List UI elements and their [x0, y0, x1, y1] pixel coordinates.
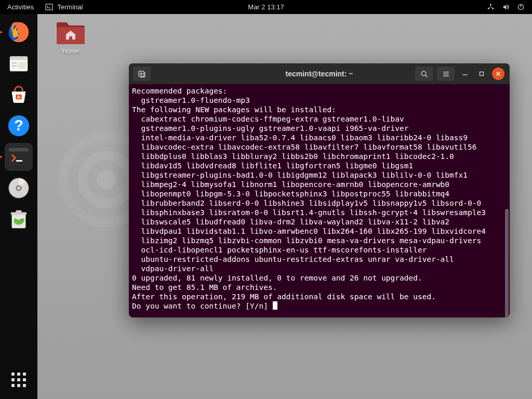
- window-title: tecmint@tecmint: ~: [286, 70, 353, 78]
- dock-terminal[interactable]: [5, 143, 33, 171]
- svg-rect-0: [46, 4, 52, 10]
- maximize-button[interactable]: [475, 68, 488, 80]
- trash-icon: [7, 207, 31, 231]
- terminal-output: Recommended packages: gstreamer1.0-fluen…: [132, 86, 504, 311]
- svg-text:A: A: [17, 94, 21, 100]
- dock-firefox[interactable]: [5, 18, 33, 46]
- apps-grid-icon: [11, 373, 26, 387]
- svg-rect-25: [16, 210, 22, 213]
- scrollbar-thumb[interactable]: [505, 209, 509, 317]
- terminal-icon: [45, 3, 53, 11]
- app-menu[interactable]: Terminal: [45, 3, 83, 11]
- software-icon: A: [7, 83, 31, 107]
- svg-rect-17: [9, 148, 29, 152]
- svg-rect-9: [12, 62, 17, 63]
- terminal-body[interactable]: Recommended packages: gstreamer1.0-fluen…: [129, 84, 510, 317]
- svg-point-22: [17, 187, 20, 190]
- show-applications-button[interactable]: [5, 366, 33, 394]
- svg-point-1: [490, 4, 491, 5]
- dock-software[interactable]: A: [5, 81, 33, 109]
- dock-disk[interactable]: [5, 174, 33, 202]
- folder-icon: [56, 20, 86, 46]
- close-button[interactable]: [492, 68, 504, 80]
- firefox-icon: [7, 20, 31, 44]
- activities-button[interactable]: Activities: [7, 3, 34, 11]
- hamburger-menu-button[interactable]: [437, 66, 455, 81]
- terminal-window: tecmint@tecmint: ~ Recommended packages:…: [129, 63, 510, 317]
- svg-line-28: [425, 75, 427, 76]
- clock[interactable]: Mar 2 13:17: [248, 3, 284, 11]
- app-menu-label: Terminal: [57, 3, 83, 11]
- titlebar[interactable]: tecmint@tecmint: ~: [129, 63, 510, 84]
- terminal-app-icon: [7, 145, 31, 169]
- svg-rect-11: [19, 62, 25, 68]
- svg-rect-10: [12, 65, 17, 66]
- svg-rect-33: [480, 72, 484, 76]
- cursor: [273, 301, 277, 310]
- dock-help[interactable]: ?: [5, 112, 33, 140]
- desktop-home-folder[interactable]: Home: [52, 20, 89, 55]
- disk-icon: [7, 176, 31, 200]
- svg-rect-8: [10, 57, 28, 60]
- power-icon[interactable]: [517, 3, 525, 11]
- help-icon: ?: [7, 114, 31, 138]
- network-icon[interactable]: [487, 3, 495, 11]
- volume-icon[interactable]: [502, 3, 510, 11]
- dock-files[interactable]: [5, 49, 33, 77]
- minimize-button[interactable]: [459, 68, 471, 80]
- dock-trash[interactable]: [5, 205, 33, 233]
- svg-text:?: ?: [14, 117, 23, 134]
- files-icon: [7, 51, 31, 75]
- desktop-home-label: Home: [52, 48, 89, 55]
- new-tab-button[interactable]: [133, 66, 151, 81]
- search-button[interactable]: [415, 66, 433, 81]
- top-panel: Activities Terminal Mar 2 13:17: [0, 0, 532, 14]
- dock: A ?: [0, 14, 37, 399]
